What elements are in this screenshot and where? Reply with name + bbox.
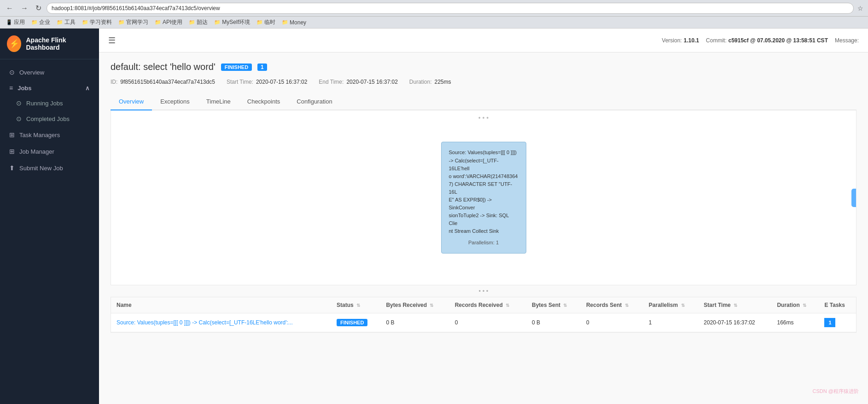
bookmark-temp-label: 临时 xyxy=(264,18,275,26)
sidebar: ⚡ Apache Flink Dashboard ⊙ Overview ≡ Jo… xyxy=(0,29,99,404)
job-title: default: select 'hello word' xyxy=(111,62,216,72)
sidebar-jobs-label: Jobs xyxy=(17,85,31,92)
task-managers-icon: ⊞ xyxy=(9,131,15,139)
row-tasks-box: 1 xyxy=(824,318,835,327)
version-value: 1.10.1 xyxy=(684,37,699,44)
forward-button[interactable]: → xyxy=(18,3,30,13)
top-header: ☰ Version: 1.10.1 Commit: c5915cf @ 07.0… xyxy=(99,29,868,52)
table-header-row: Name Status ⇅ Bytes Received ⇅ Records R… xyxy=(111,297,856,313)
bookmark-shaoda[interactable]: 📁 韶达 xyxy=(186,17,210,27)
apps-icon: 📱 xyxy=(6,19,12,25)
star-icon[interactable]: ☆ xyxy=(856,4,864,13)
scroll-hint[interactable] xyxy=(851,189,856,207)
tab-exceptions[interactable]: Exceptions xyxy=(152,93,198,110)
hamburger-button[interactable]: ☰ xyxy=(108,35,116,46)
sidebar-title: Apache Flink Dashboard xyxy=(26,36,92,51)
job-graph-node[interactable]: Source: Values(tuples=[[[ 0 ]]])-> Calc(… xyxy=(441,142,526,253)
id-value: 9f8561615b6140aa374ecaf7a7413dc5 xyxy=(120,79,215,85)
sidebar-job-manager-label: Job Manager xyxy=(19,148,54,155)
job-title-section: default: select 'hello word' FINISHED 1 xyxy=(111,62,856,72)
reload-button[interactable]: ↻ xyxy=(33,3,44,13)
sidebar-item-overview[interactable]: ⊙ Overview xyxy=(0,64,99,81)
sidebar-item-running-jobs[interactable]: ⊙ Running Jobs xyxy=(0,95,99,111)
sidebar-item-job-manager[interactable]: ⊞ Job Manager xyxy=(0,143,99,160)
bookmark-money[interactable]: 📁 Money xyxy=(280,18,309,27)
col-bytes-received: Bytes Received ⇅ xyxy=(380,297,449,313)
row-parallelism: 1 xyxy=(643,313,699,332)
duration-label: Duration: xyxy=(409,79,432,85)
top-header-left: ☰ xyxy=(108,35,116,46)
tab-timeline[interactable]: TimeLine xyxy=(198,93,239,110)
row-name-link[interactable]: Source: Values(tuples=[[[ 0 ]]]) -> Calc… xyxy=(117,319,293,326)
tab-configuration[interactable]: Configuration xyxy=(288,93,340,110)
chevron-up-icon: ∧ xyxy=(85,85,90,92)
col-name: Name xyxy=(111,297,331,313)
col-records-sent: Records Sent ⇅ xyxy=(581,297,643,313)
sidebar-header: ⚡ Apache Flink Dashboard xyxy=(0,29,99,59)
row-records-received: 0 xyxy=(449,313,526,332)
duration-sort-icon[interactable]: ⇅ xyxy=(803,303,806,308)
table-collapse-row[interactable]: • • • xyxy=(111,285,856,297)
row-start-time: 2020-07-15 16:37:02 xyxy=(698,313,771,332)
start-time-sort-icon[interactable]: ⇅ xyxy=(734,303,737,308)
address-bar[interactable] xyxy=(47,3,854,14)
running-jobs-icon: ⊙ xyxy=(16,99,22,107)
graph-area: • • • Source: Values(tuples=[[[ 0 ]]])->… xyxy=(111,110,856,285)
col-duration: Duration ⇅ xyxy=(771,297,819,313)
job-duration-info: Duration: 225ms xyxy=(409,79,451,85)
study-icon: 📁 xyxy=(82,19,88,25)
bookmark-enterprise[interactable]: 📁 企业 xyxy=(29,17,52,27)
sidebar-item-completed-jobs[interactable]: ⊙ Completed Jobs xyxy=(0,111,99,127)
sidebar-item-task-managers[interactable]: ⊞ Task Managers xyxy=(0,127,99,143)
app-container: ⚡ Apache Flink Dashboard ⊙ Overview ≡ Jo… xyxy=(0,29,868,404)
col-records-received: Records Received ⇅ xyxy=(449,297,526,313)
row-duration: 166ms xyxy=(771,313,819,332)
records-received-sort-icon[interactable]: ⇅ xyxy=(506,303,509,308)
enterprise-icon: 📁 xyxy=(31,19,38,25)
bookmark-tools-label: 工具 xyxy=(64,18,76,26)
tab-checkpoints[interactable]: Checkpoints xyxy=(239,93,289,110)
sidebar-overview-label: Overview xyxy=(19,69,44,76)
job-meta: ID: 9f8561615b6140aa374ecaf7a7413dc5 Sta… xyxy=(111,79,856,85)
content-area: default: select 'hello word' FINISHED 1 … xyxy=(99,52,868,404)
tabs: Overview Exceptions TimeLine Checkpoints… xyxy=(111,93,856,110)
job-start-time-info: Start Time: 2020-07-15 16:37:02 xyxy=(227,79,307,85)
collapse-dots-icon: • • • xyxy=(478,114,489,121)
bookmark-myself[interactable]: 📁 MySelf环境 xyxy=(212,17,252,27)
bookmark-shaoda-label: 韶达 xyxy=(197,18,208,26)
shaoda-icon: 📁 xyxy=(189,19,195,25)
table-section: Name Status ⇅ Bytes Received ⇅ Records R… xyxy=(111,297,856,333)
sidebar-task-managers-label: Task Managers xyxy=(19,132,60,139)
top-header-right: Version: 1.10.1 Commit: c5915cf @ 07.05.… xyxy=(662,37,859,44)
tab-overview[interactable]: Overview xyxy=(111,93,152,110)
bookmark-api[interactable]: 📁 API使用 xyxy=(152,17,185,27)
overview-icon: ⊙ xyxy=(9,69,15,76)
commit-info: Commit: c5915cf @ 07.05.2020 @ 13:58:51 … xyxy=(706,37,828,44)
count-badge: 1 xyxy=(257,63,267,71)
parallelism-sort-icon[interactable]: ⇅ xyxy=(681,303,685,308)
row-name[interactable]: Source: Values(tuples=[[[ 0 ]]]) -> Calc… xyxy=(111,313,331,332)
bytes-sent-sort-icon[interactable]: ⇅ xyxy=(563,303,567,308)
bytes-received-sort-icon[interactable]: ⇅ xyxy=(430,303,433,308)
bookmark-study[interactable]: 📁 学习资料 xyxy=(80,17,114,27)
sidebar-submit-new-job-label: Submit New Job xyxy=(19,165,63,172)
sidebar-item-submit-new-job[interactable]: ⬆ Submit New Job xyxy=(0,160,99,176)
status-sort-icon[interactable]: ⇅ xyxy=(356,303,360,308)
row-bytes-received: 0 B xyxy=(380,313,449,332)
message-label: Message: xyxy=(835,37,859,44)
bookmark-myself-label: MySelf环境 xyxy=(222,18,250,26)
back-button[interactable]: ← xyxy=(4,3,16,13)
submit-job-icon: ⬆ xyxy=(9,164,15,172)
sidebar-section-jobs[interactable]: ≡ Jobs ∧ xyxy=(0,81,99,95)
records-sent-sort-icon[interactable]: ⇅ xyxy=(625,303,629,308)
job-node-description: Source: Values(tuples=[[[ 0 ]]])-> Calc(… xyxy=(449,149,518,235)
bookmark-tools[interactable]: 📁 工具 xyxy=(54,17,78,27)
bookmark-temp[interactable]: 📁 临时 xyxy=(254,17,278,27)
bookmark-api-label: API使用 xyxy=(163,18,182,26)
bookmark-official[interactable]: 📁 官网学习 xyxy=(116,17,151,27)
row-status-badge: FINISHED xyxy=(337,319,367,326)
bookmark-apps[interactable]: 📱 应用 xyxy=(4,17,27,27)
api-icon: 📁 xyxy=(155,19,161,25)
end-time-value: 2020-07-15 16:37:02 xyxy=(346,79,397,85)
duration-value: 225ms xyxy=(435,79,451,85)
